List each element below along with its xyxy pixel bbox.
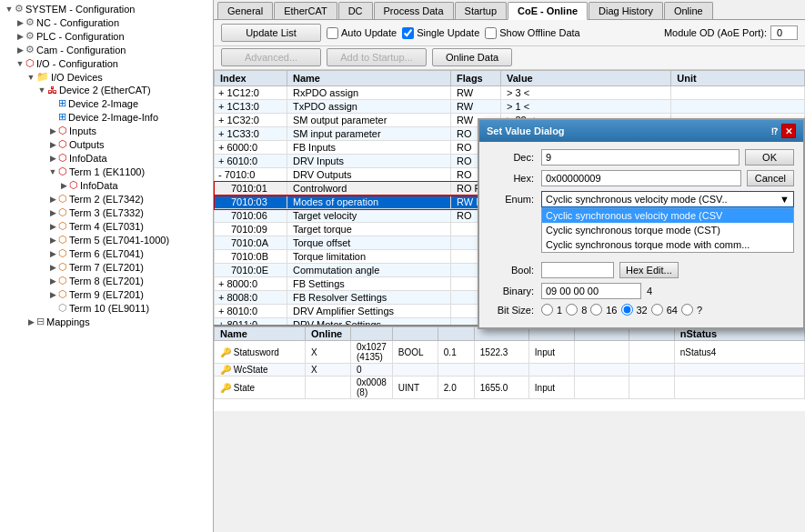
online-data-button[interactable]: Online Data	[432, 48, 512, 66]
hex-edit-button[interactable]: Hex Edit...	[619, 262, 679, 278]
advanced-button[interactable]: Advanced...	[221, 48, 321, 66]
bottom-col-name: Name	[215, 327, 306, 341]
col-name: Name	[287, 71, 451, 86]
tree-item-device2[interactable]: ▼ 🖧 Device 2 (EtherCAT)	[0, 84, 213, 96]
auto-update-area: Auto Update	[327, 27, 397, 39]
expand-icon[interactable]: +	[218, 319, 224, 325]
expand-icon[interactable]: +	[218, 128, 224, 139]
term1-info-icon: ⬡	[69, 179, 78, 191]
tree-item-term1[interactable]: ▼ ⬡ Term 1 (EK1100)	[0, 165, 213, 178]
tree-item-dev2img[interactable]: ⊞ Device 2-Image	[0, 96, 213, 110]
term6-icon: ⬡	[58, 247, 67, 259]
tree-label: Term 3 (EL7332)	[69, 207, 144, 218]
add-to-startup-button[interactable]: Add to Startup...	[327, 48, 427, 66]
tree-label: Device 2-Image	[68, 98, 138, 109]
bottom-table-row[interactable]: 🔑 WcStateX0	[215, 364, 805, 376]
auto-update-checkbox[interactable]	[327, 27, 338, 39]
tree-item-term3[interactable]: ▶ ⬡ Term 3 (EL7332)	[0, 206, 213, 219]
tree-item-term4[interactable]: ▶ ⬡ Term 4 (EL7031)	[0, 219, 213, 233]
outputs-icon: ⬡	[58, 138, 67, 150]
cell-name: Torque offset	[287, 236, 451, 250]
tree-item-infodata[interactable]: ▶ ⬡ InfoData	[0, 151, 213, 165]
table-row[interactable]: +1C13:0TxPDO assignRW> 1 <	[215, 100, 805, 114]
tree-item-term5[interactable]: ▶ ⬡ Term 5 (EL7041-1000)	[0, 233, 213, 246]
term1-icon: ⬡	[58, 166, 67, 177]
hex-input[interactable]	[541, 170, 741, 186]
bool-input[interactable]	[541, 262, 614, 278]
tree-item-cam[interactable]: ▶ ⚙ Cam - Configuration	[0, 43, 213, 56]
expand-icon[interactable]: +	[218, 278, 224, 289]
tree-item-term10[interactable]: ⬡ Term 10 (EL9011)	[0, 301, 213, 315]
expand-icon[interactable]: +	[218, 87, 224, 98]
expand-icon[interactable]: +	[218, 142, 224, 153]
binary-input[interactable]	[541, 283, 641, 299]
tab-dc[interactable]: DC	[338, 2, 373, 19]
enum-option-2[interactable]: Cyclic synchronous torque mode with comm…	[542, 237, 793, 252]
tree-item-dev2imginfo[interactable]: ⊞ Device 2-Image-Info	[0, 110, 213, 124]
tree-item-nc[interactable]: ▶ ⚙ NC - Configuration	[0, 15, 213, 29]
tab-diag-history[interactable]: Diag History	[589, 2, 663, 19]
tree-item-term7[interactable]: ▶ ⬡ Term 7 (EL7201)	[0, 260, 213, 274]
enum-dropdown-header[interactable]: Cyclic synchronous velocity mode (CSV...…	[541, 191, 794, 207]
update-list-button[interactable]: Update List	[221, 24, 321, 42]
tab-general[interactable]: General	[217, 2, 273, 19]
enum-option-0[interactable]: Cyclic synchronous velocity mode (CSV	[542, 208, 793, 223]
tab-online[interactable]: Online	[664, 2, 713, 19]
tree-item-term1-info[interactable]: ▶ ⬡ InfoData	[0, 178, 213, 192]
tab-startup[interactable]: Startup	[455, 2, 507, 19]
tree-item-plc[interactable]: ▶ ⚙ PLC - Configuration	[0, 29, 213, 43]
tree-item-mappings[interactable]: ▶ ⊟ Mappings	[0, 315, 213, 328]
bottom-table-row[interactable]: 🔑 StatuswordX0x1027 (4135)BOOL0.11522.3I…	[215, 341, 805, 364]
tab-ethercat[interactable]: EtherCAT	[274, 2, 337, 19]
tab-coe-online[interactable]: CoE - Online	[508, 2, 588, 20]
tree-item-term2[interactable]: ▶ ⬡ Term 2 (EL7342)	[0, 192, 213, 206]
bottom-cell-v5	[629, 364, 674, 376]
show-offline-checkbox[interactable]	[485, 27, 497, 39]
tree-item-outputs[interactable]: ▶ ⬡ Outputs	[0, 137, 213, 151]
dec-input[interactable]	[541, 149, 740, 166]
tree-label: Term 8 (EL7201)	[69, 276, 144, 286]
image-icon: ⊞	[58, 97, 66, 109]
tree-item-inputs[interactable]: ▶ ⬡ Inputs	[0, 124, 213, 137]
bitsize-8-radio[interactable]	[566, 304, 578, 316]
expand-icon[interactable]: +	[218, 306, 224, 316]
ok-button[interactable]: OK	[745, 149, 794, 166]
tree-item-term9[interactable]: ▶ ⬡ Term 9 (EL7201)	[0, 287, 213, 301]
bitsize-q-radio[interactable]	[681, 304, 693, 316]
cell-name: Modes of operation	[287, 196, 451, 209]
expand-icon[interactable]: +	[218, 292, 224, 303]
cell-name: SM output parameter	[287, 114, 451, 127]
bottom-cell-type: BOOL	[392, 341, 438, 364]
tab-processdata[interactable]: Process Data	[374, 2, 454, 19]
dialog-title-text: Set Value Dialog	[487, 125, 565, 136]
tree-item-term8[interactable]: ▶ ⬡ Term 8 (EL7201)	[0, 274, 213, 287]
dialog-close-button[interactable]: ✕	[781, 124, 796, 138]
table-row[interactable]: +1C12:0RxPDO assignRW> 3 <	[215, 86, 805, 100]
expand-icon[interactable]: +	[218, 115, 224, 125]
dialog-info-icon: ⁉	[771, 126, 778, 136]
tree-item-system[interactable]: ▼ ⚙ SYSTEM - Configuration	[0, 2, 213, 15]
bitsize-16-radio[interactable]	[590, 304, 602, 316]
col-flags: Flags	[451, 71, 501, 86]
left-tree-panel: ▼ ⚙ SYSTEM - Configuration ▶ ⚙ NC - Conf…	[0, 0, 214, 532]
bitsize-64-radio[interactable]	[651, 304, 663, 316]
tree-item-term6[interactable]: ▶ ⬡ Term 6 (EL7041)	[0, 246, 213, 260]
single-update-label[interactable]: Single Update	[417, 27, 479, 38]
bitsize-32-radio[interactable]	[621, 304, 633, 316]
bottom-table-container: Name Online nStatus 🔑	[214, 326, 805, 411]
tree-item-io[interactable]: ▼ ⬡ I/O - Configuration	[0, 56, 213, 70]
collapse-icon[interactable]: -	[218, 169, 222, 180]
cell-index: +8008:0	[215, 291, 287, 305]
expand-icon[interactable]: +	[218, 156, 224, 166]
inputs-icon: ⬡	[58, 125, 67, 136]
show-offline-label[interactable]: Show Offline Data	[499, 27, 579, 38]
expand-icon[interactable]: +	[218, 101, 224, 112]
auto-update-label[interactable]: Auto Update	[341, 27, 397, 38]
cancel-button[interactable]: Cancel	[747, 170, 794, 186]
single-update-checkbox[interactable]	[402, 27, 414, 39]
module-od-area: Module OD (AoE Port): 0	[664, 25, 798, 40]
bitsize-1-radio[interactable]	[541, 304, 553, 316]
tree-item-io-devices[interactable]: ▼ 📁 I/O Devices	[0, 70, 213, 84]
bottom-table-row[interactable]: 🔑 State0x0008 (8)UINT2.01655.0Input	[215, 376, 805, 399]
enum-option-1[interactable]: Cyclic synchronous torque mode (CST)	[542, 223, 793, 237]
